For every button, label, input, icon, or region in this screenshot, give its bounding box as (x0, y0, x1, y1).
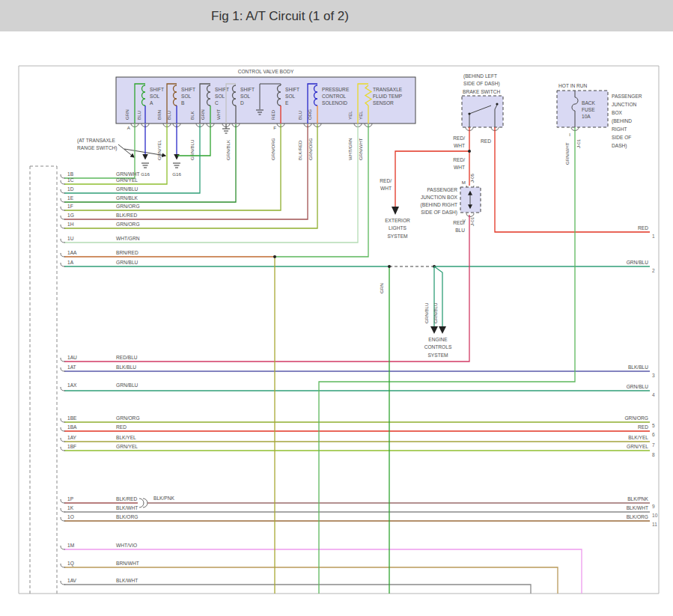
row-id: 1AY (67, 435, 77, 440)
row-1ax: 1AXGRN/BLU (61, 382, 138, 391)
row-color: GRN/WHT (116, 171, 140, 177)
left-connector-boundary (30, 166, 57, 594)
brake-wiring: RED/ WHT RED RED/ WHT RED/ WHT (380, 127, 650, 232)
tfts-l2: FLUID TEMP (373, 94, 403, 99)
pjb-cup-v (466, 213, 474, 216)
exit-num: 11 (652, 522, 657, 527)
fuse-pin-label: I (569, 132, 570, 137)
pjb-l3: (BEHIND RIGHT (421, 202, 457, 208)
row-color: BRN/RED (116, 250, 138, 255)
exit-num: 8 (652, 452, 655, 457)
ground1-label: G16 (141, 171, 150, 177)
row-color: GRN/ORG (116, 204, 140, 209)
cvb-title: CONTROL VALVE BODY (238, 69, 294, 74)
right-exits: RED1 GRN/BLU2 BLK/BLU3 GRN/BLU4 GRN/ORG5… (624, 225, 657, 527)
exit-color: GRN/YEL (627, 444, 648, 449)
riser-label-grn-org: GRN/ORG (270, 138, 275, 160)
brake-contact-dot-1 (468, 112, 470, 115)
row-id: 1M (67, 543, 74, 548)
exit-color: RED (638, 424, 648, 430)
row-id: 1BF (67, 444, 76, 449)
riser-label-wht-grn: WHT/GRN (347, 138, 353, 160)
sol-c-l3: C (215, 100, 219, 106)
row-id: 1A (67, 260, 74, 265)
sol-d-l1: SHIFT (240, 87, 255, 92)
exit-color: BLK/BLU (628, 365, 648, 370)
row-1au: 1AURED/BLU (61, 355, 138, 362)
range-switch-note: (AT TRANSAXLE RANGE SWITCH) (77, 138, 165, 157)
row-id: 1BA (67, 424, 77, 430)
label-grn-vertical: GRN (379, 283, 384, 293)
pjb-l2: JUNCTION BOX (421, 195, 458, 200)
exit-num: 4 (652, 392, 655, 397)
sol-d-l3: D (240, 100, 244, 106)
sol-e-l3: E (285, 100, 289, 106)
row-1a: 1AGRN/BLU (61, 260, 138, 266)
passenger-junction-box: M J-05 V J-01 PASSENGER JUNCTION BOX (BE… (421, 173, 481, 233)
row-id: 1E (67, 195, 74, 201)
row-id: 1Q (67, 561, 74, 567)
exterior-arrow (392, 207, 399, 215)
sol-a-out-label: BLU (136, 111, 141, 120)
exit-color: BLK/ORG (627, 514, 648, 519)
engine-controls-branch: GRN/BLU GRN/BLU ENGINE CONTROLS SYSTEM (424, 266, 452, 358)
row-1g: 1GBLK/RED (61, 213, 137, 219)
sol-e-out-label: RED (270, 109, 275, 120)
row-color: GRN/BLU (116, 186, 138, 192)
inline-connector-arc-1 (139, 498, 144, 507)
sol-e-l2: SOL (285, 94, 296, 99)
ground-g16-1: G16 (141, 124, 150, 177)
ground2-label: G16 (172, 171, 181, 177)
row-id: 1AX (67, 382, 77, 388)
exit-num: 1 (652, 234, 655, 239)
range-note-l2: RANGE SWITCH) (77, 145, 117, 151)
sol-b-l3: B (181, 100, 185, 106)
title-bar: Fig 1: A/T Circuit (1 of 2) (0, 0, 673, 31)
brake-loc-1: (BEHIND LEFT (463, 73, 497, 79)
ext-l2: LIGHTS (389, 225, 406, 231)
label-blk-pnk-inline: BLK/PNK (153, 495, 174, 501)
brake-switch: (BEHIND LEFT SIDE OF DASH) BRAKE SWITCH (462, 73, 503, 131)
riser-label-grn-wht: GRN/WHT (358, 138, 363, 160)
sol-c-l1: SHIFT (215, 87, 229, 92)
row-color: BRN/WHT (116, 561, 139, 566)
cvb-pin-f-label: F (273, 125, 276, 130)
row-color: WHT/VIO (116, 543, 137, 548)
riser-label-grn-org-2: GRN/ORG (308, 138, 313, 160)
exit-num: 5 (652, 423, 655, 428)
row-1e: 1EGRN/BLK (61, 195, 138, 202)
fuse-side-5: RIGHT (612, 126, 627, 132)
tfts-in-label: YEL (347, 111, 353, 120)
row-id: 1G (67, 213, 74, 218)
row-1bf: 1BFGRN/YEL (61, 444, 138, 451)
at-circuit-diagram: Fig 1: A/T Circuit (1 of 2) CONTROL VALV… (0, 0, 673, 616)
row-color: BLK/ORG (116, 514, 138, 519)
eng-wire-label-1: GRN/BLU (424, 302, 429, 323)
wire-1av (64, 585, 531, 594)
fuse-side-3: BOX (612, 110, 623, 115)
row-1f: 1FGRN/ORG (61, 204, 140, 210)
row-color: GRN/ORG (116, 415, 140, 421)
pjb-l1: PASSENGER (427, 187, 457, 192)
exit-num: 2 (652, 268, 655, 273)
exit-color: BLK/PNK (627, 496, 648, 501)
wire-1d (64, 124, 200, 193)
row-1ay: 1AYBLK/YEL (61, 435, 136, 442)
row-1p: 1PBLK/RED (61, 496, 137, 503)
riser-label-grn-yel: GRN/YEL (156, 139, 162, 160)
row-1d: 1DGRN/BLU (61, 186, 138, 193)
sol-d-in-label: WHT (216, 109, 221, 120)
label-red-blu-2: BLU (455, 228, 465, 233)
row-1be: 1BEGRN/ORG (61, 415, 140, 422)
exit-color: GRN/BLU (627, 384, 649, 389)
label-red: RED (481, 138, 491, 144)
row-color: GRN/BLU (116, 260, 138, 265)
pjb-code-v: J-01 (469, 216, 475, 226)
row-1at: 1ATBLK/BLU (61, 365, 136, 371)
label-red-wht-b1: RED/ (453, 157, 465, 162)
label-ext-red-wht-1: RED/ (380, 178, 392, 183)
hot-in-run-label: HOT IN RUN (558, 83, 588, 88)
riser-label-grn-blk: GRN/BLK (225, 139, 231, 160)
sol-b-l2: SOL (181, 94, 192, 99)
row-id: 1F (67, 204, 73, 209)
